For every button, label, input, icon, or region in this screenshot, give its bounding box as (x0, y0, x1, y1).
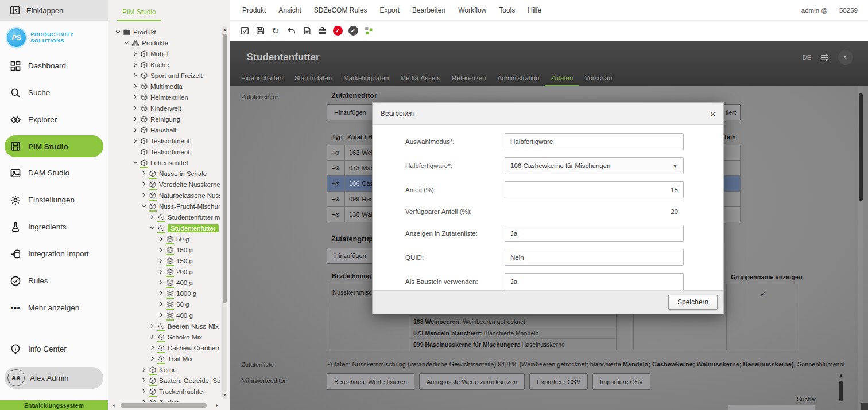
tree-node-beeren-nuss-mix[interactable]: Beeren-Nuss-Mix (108, 321, 220, 331)
collapse-panel-button[interactable] (838, 50, 853, 65)
tree-node-naturbelassene-nussk[interactable]: Naturbelassene Nussk (108, 190, 220, 201)
tree-node-studentenfutter-mi[interactable]: Studentenfutter mi (108, 212, 220, 222)
tree-vertical-scrollbar[interactable]: ▲ ▼ (222, 26, 227, 399)
tree-expander-collapsed[interactable] (158, 258, 164, 263)
scrollbar-thumb[interactable] (223, 34, 227, 303)
tab-administration[interactable]: Administration (492, 75, 545, 86)
toolbar-structure-icon-button[interactable] (363, 24, 374, 38)
sidebar-item-mehr-anzeigen[interactable]: •••Mehr anzeigen (0, 294, 108, 321)
tree-node-kueche[interactable]: Küche (108, 59, 220, 70)
tree-expander-expanded[interactable] (141, 204, 146, 209)
sidebar-item-suche[interactable]: Suche (0, 79, 108, 106)
quid-input[interactable] (505, 249, 684, 266)
tree-expander-collapsed[interactable] (158, 247, 164, 252)
tree-node-50-g[interactable]: 50 g (108, 299, 220, 310)
menu-produkt[interactable]: Produkt (236, 6, 272, 14)
sidebar-item-ingredients[interactable]: Ingredients (0, 213, 108, 240)
tab-eigenschaften[interactable]: Eigenschaften (235, 75, 289, 86)
tree-expander-collapsed[interactable] (141, 389, 146, 394)
tree-node-moebel[interactable]: Möbel (108, 48, 220, 59)
tree-node-200-g[interactable]: 200 g (108, 266, 220, 277)
tab-marketingdaten[interactable]: Marketingdaten (338, 75, 394, 86)
tree-expander-collapsed[interactable] (141, 193, 146, 198)
halbfertigware-select[interactable]: 106 Cashewkerne für Mischungen ▼ (505, 157, 684, 174)
angepasste-werte-zuruecksetzen-button[interactable]: Angepasste Werte zurücksetzen (419, 373, 525, 390)
scroll-down-arrow[interactable]: ▼ (222, 392, 227, 398)
tab-referenzen[interactable]: Referenzen (446, 75, 491, 86)
menu-bearbeiten[interactable]: Bearbeiten (406, 6, 452, 14)
tree-expander-collapsed[interactable] (141, 367, 146, 372)
tree-expander-collapsed[interactable] (133, 127, 138, 132)
toolbar-approved-red-icon-button[interactable]: ✓ (332, 24, 343, 38)
tree-node-sport-und-freizeit[interactable]: Sport und Freizeit (108, 70, 220, 81)
tree-node-trail-mix[interactable]: Trail-Mix (108, 353, 220, 364)
tree-expander-expanded[interactable] (133, 160, 138, 165)
anteil-input[interactable] (505, 181, 684, 198)
tree-node-reinigung[interactable]: Reinigung (108, 114, 220, 124)
tree-panel-tab-pim-studio[interactable]: PIM Studio (117, 7, 161, 21)
main-vertical-scrollbar[interactable] (858, 86, 863, 410)
tree-expander-collapsed[interactable] (158, 269, 164, 274)
language-indicator[interactable]: DE (803, 54, 811, 61)
tree-expander-expanded[interactable] (115, 29, 121, 34)
tree-node-testsortiment[interactable]: Testsortiment (108, 135, 220, 146)
tree-node-kerne[interactable]: Kerne (108, 364, 220, 375)
user-menu[interactable]: AA Alex Admin (5, 367, 103, 389)
tree-node-studentenfutter[interactable]: Studentenfutter (108, 222, 220, 233)
tree-node-nuesse-in-schale[interactable]: Nüsse in Schale (108, 168, 220, 179)
tree-expander-collapsed[interactable] (158, 291, 164, 296)
toolbar-approved-gray-icon-button[interactable]: ✓ (347, 24, 359, 38)
toolbar-save-icon-button[interactable] (254, 24, 266, 38)
tree-horizontal-scrollbar[interactable]: ◄ ► (111, 403, 219, 408)
toolbar-briefcase-icon-button[interactable] (316, 24, 328, 38)
scrollbar-thumb[interactable] (121, 403, 207, 408)
sidebar-item-rules[interactable]: Rules (0, 267, 108, 294)
berechnete-werte-fixieren-button[interactable]: Berechnete Werte fixieren (327, 373, 414, 390)
tree-node-50-g[interactable]: 50 g (108, 233, 220, 244)
tree-expander-expanded[interactable] (150, 225, 155, 231)
tree-node-400-g[interactable]: 400 g (108, 277, 220, 288)
tree-expander-collapsed[interactable] (133, 62, 138, 67)
tree-node-lebensmittel[interactable]: Lebensmittel (108, 157, 220, 168)
scroll-right-arrow[interactable]: ► (215, 403, 219, 408)
menu-workflow[interactable]: Workflow (452, 6, 493, 14)
tree-node-produkte[interactable]: Produkte (108, 37, 220, 48)
tree-expander-collapsed[interactable] (141, 182, 146, 187)
tree-node-cashew-cranberry[interactable]: Cashew-Cranberry- (108, 342, 220, 353)
display-settings-icon[interactable] (820, 53, 830, 63)
sidebar-item-dashboard[interactable]: Dashboard (0, 52, 108, 79)
scroll-up-arrow[interactable]: ▲ (839, 373, 843, 378)
importiere-csv-button[interactable]: Importiere CSV (592, 373, 650, 390)
tree-expander-collapsed[interactable] (133, 73, 138, 78)
add-group-button[interactable]: Hinzufügen (327, 248, 374, 264)
anzeigen-in-zutatenliste-input[interactable] (505, 225, 684, 242)
search-input[interactable] (728, 405, 815, 410)
tree-expander-collapsed[interactable] (158, 236, 164, 241)
als-baustein-verwenden-input[interactable] (505, 273, 684, 290)
tree-expander-collapsed[interactable] (133, 84, 138, 89)
tree-expander-collapsed[interactable] (141, 378, 146, 383)
tree-expander-collapsed[interactable] (150, 356, 155, 361)
tree-expander-expanded[interactable] (124, 40, 129, 45)
save-button[interactable]: Speichern (668, 295, 718, 310)
menu-hilfe[interactable]: Hilfe (521, 6, 548, 14)
tree-expander-collapsed[interactable] (150, 345, 155, 350)
tree-expander-collapsed[interactable] (150, 323, 155, 329)
scrollbar-thumb[interactable] (839, 381, 843, 401)
tab-media-assets[interactable]: Media-Assets (394, 75, 446, 86)
sidebar-item-pim-studio[interactable]: PIM Studio (5, 135, 103, 157)
inner-scrollbar[interactable]: ▲ (839, 373, 843, 407)
tree-node-400-g[interactable]: 400 g (108, 310, 220, 321)
tree-node-zucker[interactable]: Zucker (108, 397, 220, 402)
tree-node-150-g[interactable]: 150 g (108, 255, 220, 266)
menu-tools[interactable]: Tools (493, 6, 521, 14)
toolbar-save-check-icon-button[interactable] (239, 24, 250, 38)
sidebar-item-explorer[interactable]: Explorer (0, 106, 108, 133)
sidebar-item-dam-studio[interactable]: DAM Studio (0, 159, 108, 186)
tree-expander-collapsed[interactable] (158, 313, 164, 318)
toolbar-paste-icon-button[interactable] (301, 24, 312, 38)
tree-node-multimedia[interactable]: Multimedia (108, 81, 220, 92)
tree-expander-collapsed[interactable] (150, 214, 155, 220)
tree-expander-collapsed[interactable] (133, 116, 138, 122)
scroll-up-arrow[interactable]: ▲ (222, 27, 227, 33)
